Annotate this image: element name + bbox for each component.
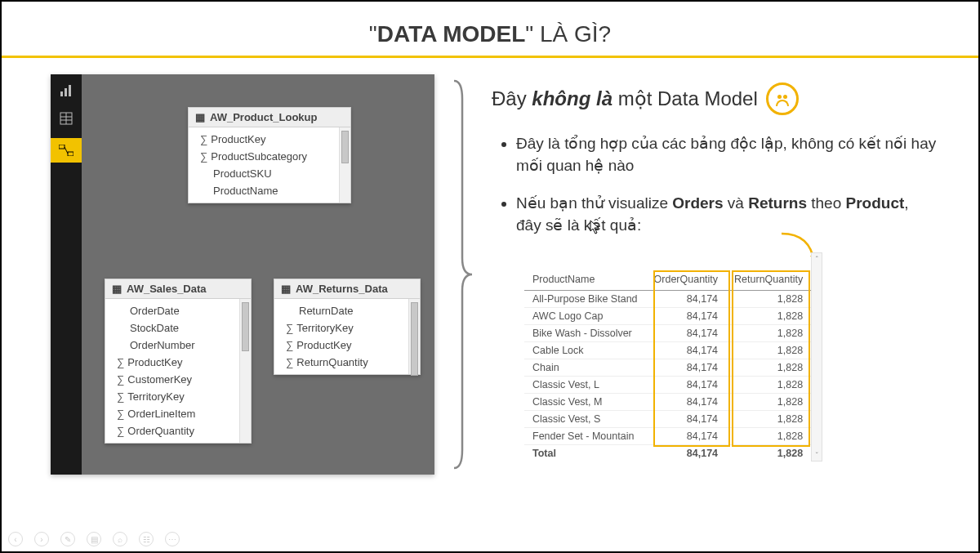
sigma-icon: ∑: [117, 373, 124, 386]
presenter-toolbar: ‹ › ✎ ▤ ⌕ ☷ ⋯: [8, 532, 180, 546]
field-label: ReturnQuantity: [296, 356, 368, 368]
scrollbar[interactable]: [408, 299, 420, 374]
col-productname: ProductName: [524, 269, 646, 291]
headline: Đây không là một Data Model: [492, 83, 938, 115]
svg-line-9: [65, 147, 68, 154]
table-title: AW_Product_Lookup: [210, 111, 317, 123]
col-orderqty: OrderQuantity: [646, 269, 727, 291]
field-label: ReturnDate: [299, 305, 353, 317]
table-scrollbar[interactable]: ˆˇ: [811, 252, 822, 462]
table-icon: ▦: [195, 111, 205, 123]
table-title: AW_Sales_Data: [127, 283, 207, 295]
field-label: ProductSubcategory: [211, 150, 307, 163]
field-item[interactable]: ∑CustomerKey: [105, 371, 239, 388]
data-view-icon[interactable]: [58, 110, 74, 127]
field-label: OrderLineItem: [127, 408, 195, 420]
sigma-icon: ∑: [117, 425, 124, 437]
field-item[interactable]: ∑ReturnQuantity: [274, 354, 408, 371]
field-item[interactable]: ∑ProductKey: [274, 337, 408, 354]
subtitle-button[interactable]: ☷: [139, 532, 154, 546]
table-title: AW_Returns_Data: [296, 283, 388, 295]
powerbi-view-switcher: [51, 74, 82, 475]
field-label: OrderQuantity: [127, 425, 194, 437]
table-row: Classic Vest, L84,1741,828: [524, 377, 811, 394]
sad-face-icon: [766, 83, 799, 115]
scrollbar[interactable]: [239, 299, 251, 443]
table-total-row: Total84,1741,828: [524, 445, 811, 462]
field-label: TerritoryKey: [127, 390, 184, 403]
field-label: ProductName: [213, 185, 278, 197]
prev-slide-button[interactable]: ‹: [8, 532, 23, 546]
slide-title: "DATA MODEL" LÀ GÌ?: [2, 2, 978, 56]
svg-rect-8: [68, 152, 74, 156]
table-icon: ▦: [112, 283, 122, 295]
field-item[interactable]: ∑OrderQuantity: [105, 422, 239, 439]
table-returns-data[interactable]: ▦AW_Returns_Data ReturnDate∑TerritoryKey…: [274, 279, 421, 375]
table-sales-data[interactable]: ▦AW_Sales_Data OrderDateStockDateOrderNu…: [105, 279, 252, 444]
field-label: OrderDate: [130, 305, 180, 317]
field-label: TerritoryKey: [296, 322, 353, 334]
bullet-2: Nếu bạn thử visualize Orders và Returns …: [516, 193, 938, 236]
sigma-icon: ∑: [286, 356, 293, 368]
field-label: ProductSKU: [213, 167, 272, 180]
table-row: All-Purpose Bike Stand84,1741,828: [524, 291, 811, 308]
field-item[interactable]: ∑TerritoryKey: [105, 388, 239, 405]
field-item[interactable]: ∑ProductKey: [189, 131, 339, 148]
sigma-icon: ∑: [117, 390, 124, 403]
field-label: OrderNumber: [130, 339, 194, 351]
pen-button[interactable]: ✎: [60, 532, 75, 546]
table-product-lookup[interactable]: ▦AW_Product_Lookup ∑ProductKey∑ProductSu…: [188, 107, 351, 203]
sigma-icon: ∑: [117, 408, 124, 420]
field-item[interactable]: ∑OrderLineItem: [105, 405, 239, 422]
table-row: Cable Lock84,1741,828: [524, 342, 811, 359]
bullet-1: Đây là tổng hợp của các bảng độc lập, kh…: [516, 133, 938, 176]
report-view-icon[interactable]: [58, 83, 74, 99]
field-label: ProductKey: [296, 339, 351, 351]
powerbi-model-canvas: ▦AW_Product_Lookup ∑ProductKey∑ProductSu…: [51, 74, 434, 475]
scrollbar[interactable]: [339, 127, 350, 203]
svg-rect-7: [59, 145, 65, 149]
field-item[interactable]: ∑ProductSubcategory: [189, 148, 339, 165]
sigma-icon: ∑: [200, 133, 207, 145]
table-icon: ▦: [281, 283, 291, 295]
field-item[interactable]: ∑TerritoryKey: [274, 319, 408, 337]
next-slide-button[interactable]: ›: [34, 532, 49, 546]
title-underline: [2, 56, 978, 58]
table-row: Classic Vest, S84,1741,828: [524, 411, 811, 428]
table-row: AWC Logo Cap84,1741,828: [524, 308, 811, 325]
table-row: Bike Wash - Dissolver84,1741,828: [524, 325, 811, 342]
field-item[interactable]: ProductSKU: [189, 165, 339, 182]
table-row: Chain84,1741,828: [524, 359, 811, 377]
field-label: ProductKey: [127, 356, 182, 368]
slides-button[interactable]: ▤: [87, 532, 101, 546]
svg-rect-0: [60, 91, 63, 96]
sigma-icon: ∑: [286, 339, 293, 351]
model-view-icon[interactable]: [51, 138, 82, 163]
field-item[interactable]: OrderNumber: [105, 337, 239, 354]
zoom-button[interactable]: ⌕: [113, 532, 127, 546]
col-returnqty: ReturnQuantity: [726, 269, 811, 291]
field-label: StockDate: [130, 322, 179, 334]
table-row: Classic Vest, M84,1741,828: [524, 394, 811, 411]
field-item[interactable]: ∑ProductKey: [105, 354, 239, 371]
sigma-icon: ∑: [200, 150, 207, 163]
field-label: ProductKey: [211, 133, 265, 145]
field-label: CustomerKey: [127, 373, 192, 386]
field-item[interactable]: ProductName: [189, 182, 339, 199]
field-item[interactable]: StockDate: [105, 319, 239, 337]
sigma-icon: ∑: [117, 356, 124, 368]
bullet-list: Đây là tổng hợp của các bảng độc lập, kh…: [516, 133, 938, 236]
svg-rect-2: [69, 85, 71, 96]
cursor-icon: [590, 220, 601, 237]
sigma-icon: ∑: [286, 322, 293, 334]
field-item[interactable]: ReturnDate: [274, 302, 408, 319]
more-button[interactable]: ⋯: [165, 532, 180, 546]
table-row: Fender Set - Mountain84,1741,828: [524, 428, 811, 445]
svg-rect-1: [65, 88, 67, 96]
result-visual-table: ProductName OrderQuantity ReturnQuantity…: [524, 269, 811, 462]
field-item[interactable]: OrderDate: [105, 302, 239, 319]
curly-brace-icon: [451, 74, 475, 475]
